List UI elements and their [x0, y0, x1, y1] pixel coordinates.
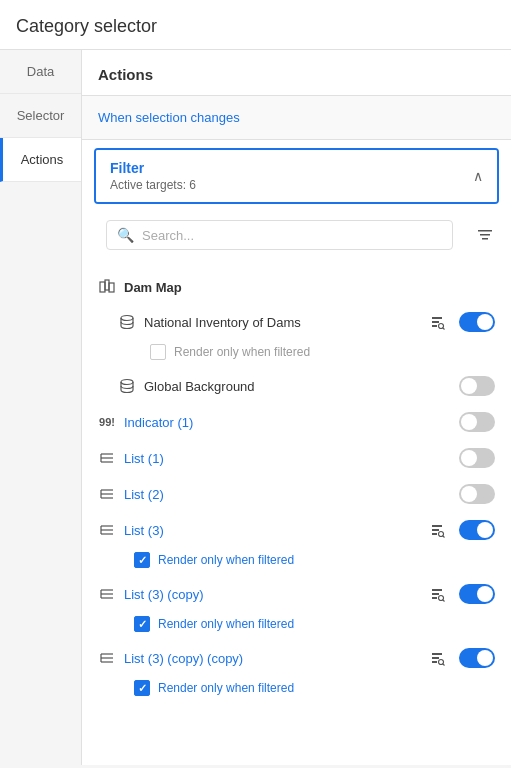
sidebar-item-selector-label: Selector — [17, 108, 65, 123]
list-item[interactable]: 99! Indicator (1) — [82, 404, 511, 440]
list-3-render-label: Render only when filtered — [158, 553, 294, 567]
page-title: Category selector — [0, 0, 511, 50]
map-icon — [98, 278, 116, 296]
db-icon — [118, 313, 136, 331]
svg-point-28 — [439, 596, 444, 601]
list-item[interactable]: List (3) (copy) — [82, 576, 511, 612]
items-list: Dam Map National Inventory of Dams — [82, 266, 511, 708]
list-icon — [98, 485, 116, 503]
list-2-label: List (2) — [124, 487, 451, 502]
indicator-toggle[interactable] — [459, 412, 495, 432]
filter-db-icon-list3 — [429, 522, 445, 538]
filter-db-icon-list3copy — [429, 586, 445, 602]
list-item[interactable]: List (2) — [82, 476, 511, 512]
section-header: Actions — [82, 50, 511, 96]
national-inventory-checkbox[interactable] — [150, 344, 166, 360]
filter-panel: Filter Active targets: 6 ∧ — [94, 148, 499, 204]
filter-title: Filter — [110, 160, 196, 176]
sidebar-item-actions[interactable]: Actions — [0, 138, 81, 182]
list-3-copy-copy-render-label: Render only when filtered — [158, 681, 294, 695]
list-item[interactable]: List (1) — [82, 440, 511, 476]
search-bar: 🔍 — [106, 220, 453, 250]
list-3-copy-copy-toggle[interactable] — [459, 648, 495, 668]
svg-point-7 — [439, 324, 444, 329]
list-item[interactable]: Dam Map — [82, 270, 511, 304]
sidebar: Data Selector Actions — [0, 50, 82, 765]
checkmark-icon: ✓ — [138, 554, 147, 567]
list-3-copy-copy-checkbox[interactable]: ✓ — [134, 680, 150, 696]
national-inventory-render-label: Render only when filtered — [174, 345, 310, 359]
svg-point-34 — [439, 660, 444, 665]
list-3-copy-toggle[interactable] — [459, 584, 495, 604]
sidebar-item-actions-label: Actions — [21, 152, 64, 167]
svg-point-6 — [121, 316, 133, 321]
indicator-label: Indicator (1) — [124, 415, 451, 430]
svg-line-35 — [443, 664, 445, 666]
list-icon — [98, 521, 116, 539]
sidebar-item-data[interactable]: Data — [0, 50, 81, 94]
list-2-toggle[interactable] — [459, 484, 495, 504]
list-3-copy-copy-checkbox-row: ✓ Render only when filtered — [82, 676, 511, 704]
filter-subtitle: Active targets: 6 — [110, 178, 196, 192]
svg-line-29 — [443, 600, 445, 602]
list-item[interactable]: National Inventory of Dams — [82, 304, 511, 340]
filter-sort-button[interactable] — [471, 221, 499, 249]
list-3-copy-render-label: Render only when filtered — [158, 617, 294, 631]
list-3-toggle[interactable] — [459, 520, 495, 540]
national-inventory-checkbox-row: Render only when filtered — [82, 340, 511, 368]
db-icon-global — [118, 377, 136, 395]
list-3-copy-copy-label: List (3) (copy) (copy) — [124, 651, 421, 666]
svg-point-22 — [439, 532, 444, 537]
action-row: When selection changes — [82, 96, 511, 140]
list-icon — [98, 649, 116, 667]
svg-rect-5 — [109, 283, 114, 292]
svg-line-23 — [443, 536, 445, 538]
search-input[interactable] — [142, 228, 442, 243]
list-item[interactable]: Global Background — [82, 368, 511, 404]
filter-db-icon-list3copycopy — [429, 650, 445, 666]
chevron-up-icon: ∧ — [473, 168, 483, 184]
svg-rect-1 — [480, 234, 490, 236]
search-icon: 🔍 — [117, 227, 134, 243]
filter-db-icon — [429, 314, 445, 330]
filter-header[interactable]: Filter Active targets: 6 ∧ — [96, 150, 497, 202]
svg-rect-2 — [482, 238, 488, 240]
list-item[interactable]: List (3) (copy) (copy) — [82, 640, 511, 676]
list-icon — [98, 449, 116, 467]
search-row: 🔍 — [94, 212, 499, 258]
main-content: Actions When selection changes Filter Ac… — [82, 50, 511, 765]
list-item[interactable]: List (3) — [82, 512, 511, 548]
svg-rect-0 — [478, 230, 492, 232]
filter-header-left: Filter Active targets: 6 — [110, 160, 196, 192]
svg-line-8 — [443, 328, 445, 330]
dam-map-label: Dam Map — [124, 280, 495, 295]
list-1-toggle[interactable] — [459, 448, 495, 468]
checkmark-icon: ✓ — [138, 682, 147, 695]
global-background-toggle[interactable] — [459, 376, 495, 396]
global-background-label: Global Background — [144, 379, 451, 394]
number-icon: 99! — [98, 413, 116, 431]
national-inventory-label: National Inventory of Dams — [144, 315, 421, 330]
list-3-copy-checkbox-row: ✓ Render only when filtered — [82, 612, 511, 640]
svg-point-9 — [121, 380, 133, 385]
list-3-checkbox-row: ✓ Render only when filtered — [82, 548, 511, 576]
action-row-label: When selection changes — [98, 110, 240, 125]
checkmark-icon: ✓ — [138, 618, 147, 631]
list-1-label: List (1) — [124, 451, 451, 466]
list-icon — [98, 585, 116, 603]
sidebar-item-selector[interactable]: Selector — [0, 94, 81, 138]
svg-rect-3 — [100, 282, 105, 292]
list-3-copy-checkbox[interactable]: ✓ — [134, 616, 150, 632]
list-3-copy-label: List (3) (copy) — [124, 587, 421, 602]
list-3-checkbox[interactable]: ✓ — [134, 552, 150, 568]
list-3-label: List (3) — [124, 523, 421, 538]
national-inventory-toggle[interactable] — [459, 312, 495, 332]
sidebar-item-data-label: Data — [27, 64, 54, 79]
